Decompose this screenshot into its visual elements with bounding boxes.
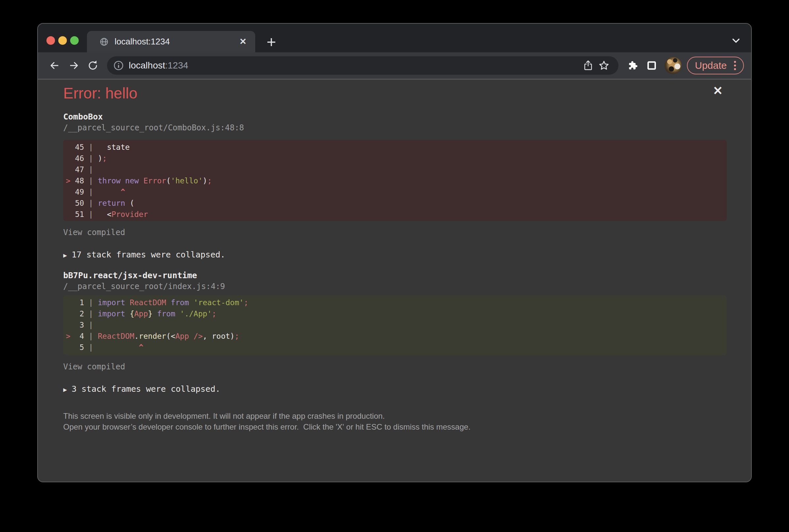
forward-button[interactable] <box>64 56 83 75</box>
reload-button[interactable] <box>83 56 102 75</box>
close-window-button[interactable] <box>46 36 55 45</box>
browser-toolbar: localhost:1234 <box>38 52 751 80</box>
code-line: 46 | ); <box>63 153 727 164</box>
stack-frame-heading: bB7Pu.react/jsx-dev-runtime <box>63 271 197 280</box>
tab-close-icon[interactable]: ✕ <box>238 36 249 48</box>
collapse-triangle-icon: ▶ <box>63 386 67 393</box>
code-line: 47 | <box>63 164 727 175</box>
puzzle-icon <box>627 60 638 71</box>
collapsed-frames-label: 3 stack frames were collapsed. <box>72 384 220 394</box>
code-line: 2 | import {App} from './App'; <box>63 308 727 319</box>
collapsed-frames-toggle[interactable]: ▶17 stack frames were collapsed. <box>63 250 225 260</box>
code-line: > 4 | ReactDOM.render(<App />, root); <box>63 330 727 342</box>
tab-localhost[interactable]: localhost:1234 ✕ <box>87 31 255 52</box>
tab-search-chevron-button[interactable] <box>729 35 743 47</box>
view-compiled-link[interactable]: View compiled <box>63 362 125 371</box>
profile-avatar[interactable] <box>664 57 682 74</box>
footer-note-development: This screen is visible only in developme… <box>63 412 385 421</box>
code-line: 1 | import ReactDOM from 'react-dom'; <box>63 297 727 308</box>
overlay-close-icon[interactable]: ✕ <box>713 85 723 97</box>
code-line: 45 | state <box>63 141 727 153</box>
stack-frame-path: /__parcel_source_root/ComboBox.js:48:8 <box>63 123 244 132</box>
url-port: :1234 <box>165 60 188 71</box>
error-title: Error: hello <box>63 84 137 102</box>
code-line: 3 | <box>63 319 727 330</box>
error-overlay: Error: hello ✕ ComboBox /__parcel_source… <box>38 80 751 482</box>
stack-frame-path: /__parcel_source_root/index.js:4:9 <box>63 282 225 291</box>
minimize-window-button[interactable] <box>58 36 67 45</box>
kebab-menu-icon <box>732 61 738 70</box>
window-controls <box>46 36 79 45</box>
collapsed-frames-label: 17 stack frames were collapsed. <box>72 250 225 260</box>
url-text: localhost:1234 <box>129 60 580 71</box>
plus-icon <box>266 37 277 48</box>
update-label: Update <box>695 60 727 71</box>
back-arrow-icon <box>49 60 61 72</box>
code-line: > 48 | throw new Error('hello'); <box>63 175 727 186</box>
site-info-icon[interactable] <box>113 60 124 71</box>
collapse-triangle-icon: ▶ <box>63 251 67 259</box>
code-snippet: 1 | import ReactDOM from 'react-dom'; 2 … <box>63 295 727 355</box>
tab-strip: localhost:1234 ✕ <box>38 24 751 52</box>
new-tab-button[interactable] <box>264 36 279 49</box>
view-compiled-link[interactable]: View compiled <box>63 228 125 237</box>
collapsed-frames-toggle[interactable]: ▶3 stack frames were collapsed. <box>63 384 220 394</box>
browser-window: localhost:1234 ✕ <box>37 23 752 482</box>
extensions-button[interactable] <box>623 56 642 75</box>
forward-arrow-icon <box>68 60 80 72</box>
stack-frame-heading: ComboBox <box>63 112 103 121</box>
share-button[interactable] <box>580 58 596 73</box>
code-line: 50 | return ( <box>63 197 727 209</box>
address-bar[interactable]: localhost:1234 <box>107 56 618 75</box>
url-host: localhost <box>129 60 165 71</box>
code-line: 51 | <Provider <box>63 209 727 220</box>
code-line: 49 | ^ <box>63 186 727 197</box>
zoom-window-button[interactable] <box>70 36 79 45</box>
reload-icon <box>87 60 99 72</box>
update-menu-button[interactable]: Update <box>687 57 744 74</box>
footer-note-dismiss: Open your browser’s developer console to… <box>63 422 471 432</box>
bookmark-star-button[interactable] <box>596 58 612 73</box>
side-panel-button[interactable] <box>642 56 661 75</box>
code-snippet: 45 | state 46 | ); 47 | > 48 | throw new… <box>63 140 727 221</box>
chevron-down-icon <box>731 38 741 44</box>
side-panel-icon <box>647 61 657 71</box>
code-line: 5 | ^ <box>63 342 727 353</box>
globe-favicon-icon <box>99 37 109 46</box>
tab-title: localhost:1234 <box>115 37 238 47</box>
back-button[interactable] <box>45 56 64 75</box>
